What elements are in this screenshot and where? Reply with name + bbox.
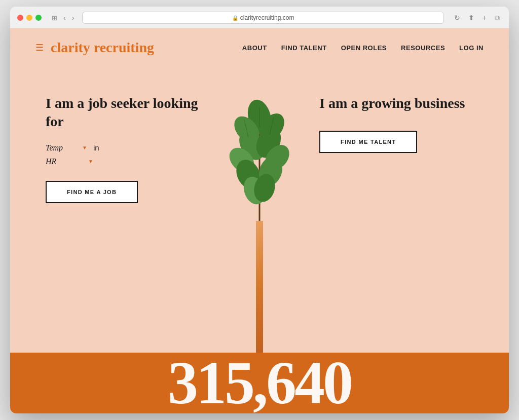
reload-button[interactable]: ↻: [452, 13, 462, 23]
find-job-button[interactable]: FIND ME A JOB: [46, 181, 138, 203]
browser-chrome: ⊞ ‹ › 🔒 clarityrecruiting.com ↻ ⬆ + ⧉: [10, 7, 509, 28]
job-search-form: Temp Full-time Part-time Contract ▼ in: [46, 143, 200, 166]
nav-link-resources[interactable]: RESOURCES: [401, 44, 445, 52]
hamburger-menu[interactable]: ☰: [35, 42, 44, 53]
traffic-light-red[interactable]: [17, 15, 23, 21]
nav-link-open-roles[interactable]: OPEN ROLES: [341, 44, 387, 52]
browser-actions: ↻ ⬆ + ⧉: [452, 13, 502, 23]
window-tile-btn[interactable]: ⊞: [50, 13, 59, 23]
tabs-button[interactable]: ⧉: [493, 13, 502, 23]
nav-links-list: ABOUT FIND TALENT OPEN ROLES RESOURCES L…: [242, 43, 484, 52]
lock-icon: 🔒: [232, 15, 238, 21]
nav-item-find-talent[interactable]: FIND TALENT: [281, 43, 327, 52]
browser-nav-controls: ⊞ ‹ ›: [50, 13, 76, 23]
url-text: clarityrecruiting.com: [240, 14, 294, 21]
job-seeker-panel: I am a job seeker looking for Temp Full-…: [10, 64, 200, 223]
find-talent-button[interactable]: FIND ME TALENT: [319, 131, 417, 153]
site-navigation: ☰ clarity recruiting ABOUT FIND TALENT O…: [10, 28, 509, 64]
business-heading: I am a growing business: [319, 94, 473, 112]
traffic-lights: [17, 15, 42, 21]
job-type-dropdown-wrapper: Temp Full-time Part-time Contract ▼: [46, 143, 88, 152]
pencil-body: [256, 221, 263, 353]
new-tab-button[interactable]: +: [480, 13, 489, 23]
traffic-light-green[interactable]: [35, 15, 42, 21]
stats-numbers: 315,640: [168, 353, 351, 413]
in-label: in: [93, 143, 99, 152]
browser-window: ⊞ ‹ › 🔒 clarityrecruiting.com ↻ ⬆ + ⧉ ☰ …: [10, 7, 509, 413]
job-field-row: HR Finance Marketing Operations Technolo…: [46, 157, 200, 166]
nav-item-open-roles[interactable]: OPEN ROLES: [341, 43, 387, 52]
business-panel: I am a growing business FIND ME TALENT: [319, 64, 509, 173]
nav-link-about[interactable]: ABOUT: [242, 44, 267, 52]
site-logo[interactable]: clarity recruiting: [51, 40, 242, 56]
address-bar[interactable]: 🔒 clarityrecruiting.com: [82, 12, 443, 24]
pencil-plant-center: [204, 64, 315, 353]
job-type-row: Temp Full-time Part-time Contract ▼ in: [46, 143, 200, 152]
nav-item-about[interactable]: ABOUT: [242, 43, 267, 52]
stats-section: 315,640: [10, 353, 509, 413]
job-type-select[interactable]: Temp Full-time Part-time Contract: [46, 143, 88, 152]
job-seeker-heading: I am a job seeker looking for: [46, 94, 200, 131]
back-button[interactable]: ‹: [61, 13, 68, 23]
nav-item-resources[interactable]: RESOURCES: [401, 43, 445, 52]
website-content: ☰ clarity recruiting ABOUT FIND TALENT O…: [10, 28, 509, 413]
nav-link-login[interactable]: LOG IN: [459, 44, 484, 52]
hero-section: I am a job seeker looking for Temp Full-…: [10, 64, 509, 353]
forward-button[interactable]: ›: [70, 13, 77, 23]
job-field-select[interactable]: HR Finance Marketing Operations Technolo…: [46, 157, 94, 166]
job-field-dropdown-wrapper: HR Finance Marketing Operations Technolo…: [46, 157, 94, 166]
pencil-plant-visual: [229, 89, 290, 353]
nav-link-find-talent[interactable]: FIND TALENT: [281, 44, 327, 52]
nav-item-login[interactable]: LOG IN: [459, 43, 484, 52]
traffic-light-yellow[interactable]: [26, 15, 32, 21]
share-button[interactable]: ⬆: [466, 13, 476, 23]
